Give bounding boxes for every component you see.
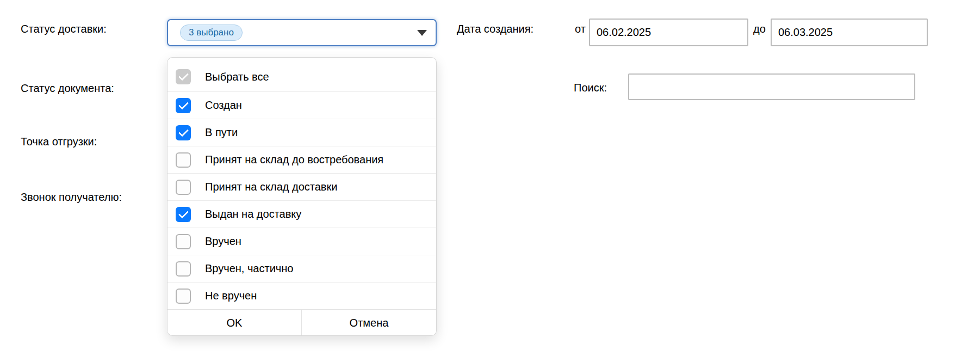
dropdown-option[interactable]: В пути bbox=[168, 119, 436, 146]
checkbox-checked-icon[interactable] bbox=[176, 98, 191, 113]
dropdown-option-label: Вручен bbox=[205, 235, 241, 248]
checkbox-unchecked-icon[interactable] bbox=[176, 152, 191, 168]
delivery-status-dropdown-panel: Выбрать всеСозданВ путиПринят на склад д… bbox=[167, 57, 437, 336]
dropdown-option[interactable]: Создан bbox=[168, 91, 436, 119]
selected-count-badge: 3 выбрано bbox=[180, 24, 243, 41]
checkbox-checked-icon[interactable] bbox=[176, 207, 191, 222]
checkbox-partial-icon[interactable] bbox=[176, 69, 191, 84]
recipient-call-label: Звонок получателю: bbox=[21, 190, 122, 204]
dropdown-option-label: Принят на склад доставки bbox=[205, 181, 337, 193]
checkbox-unchecked-icon[interactable] bbox=[176, 180, 191, 195]
dropdown-options-list: Выбрать всеСозданВ путиПринят на склад д… bbox=[168, 58, 436, 309]
delivery-status-multiselect[interactable]: 3 выбрано bbox=[167, 19, 437, 46]
cancel-button[interactable]: Отмена bbox=[302, 310, 436, 336]
checkbox-unchecked-icon[interactable] bbox=[176, 234, 191, 249]
dropdown-option-label: Выдан на доставку bbox=[205, 208, 301, 220]
dropdown-option-label: Выбрать все bbox=[205, 71, 269, 83]
search-label: Поиск: bbox=[574, 81, 607, 95]
dropdown-footer: OK Отмена bbox=[168, 309, 436, 336]
checkbox-unchecked-icon[interactable] bbox=[176, 289, 191, 304]
dropdown-option-label: Принят на склад до востребования bbox=[205, 154, 383, 166]
date-from-label: от bbox=[575, 22, 586, 36]
date-from-input[interactable] bbox=[589, 19, 748, 46]
dropdown-option[interactable]: Не вручен bbox=[168, 282, 436, 309]
dropdown-option-label: Создан bbox=[205, 99, 242, 112]
filters-form: Статус доставки: Статус документа: Точка… bbox=[0, 0, 980, 356]
chevron-down-icon bbox=[417, 30, 427, 36]
checkbox-checked-icon[interactable] bbox=[176, 125, 191, 140]
date-to-input[interactable] bbox=[771, 19, 928, 46]
document-status-label: Статус документа: bbox=[21, 81, 114, 95]
dropdown-option[interactable]: Вручен, частично bbox=[168, 255, 436, 282]
shipping-point-label: Точка отгрузки: bbox=[21, 134, 97, 149]
dropdown-option[interactable]: Принят на склад до востребования bbox=[168, 146, 436, 173]
dropdown-option[interactable]: Выдан на доставку bbox=[168, 200, 436, 228]
dropdown-option[interactable]: Вручен bbox=[168, 228, 436, 255]
creation-date-label: Дата создания: bbox=[457, 22, 534, 36]
delivery-status-label: Статус доставки: bbox=[21, 22, 107, 36]
dropdown-option[interactable]: Выбрать все bbox=[168, 62, 436, 91]
dropdown-option-label: Вручен, частично bbox=[205, 262, 293, 275]
checkbox-unchecked-icon[interactable] bbox=[176, 261, 191, 277]
dropdown-option[interactable]: Принят на склад доставки bbox=[168, 173, 436, 200]
search-input[interactable] bbox=[628, 73, 915, 100]
date-to-label: до bbox=[753, 22, 766, 36]
dropdown-option-label: Не вручен bbox=[205, 290, 257, 302]
dropdown-option-label: В пути bbox=[205, 126, 238, 139]
ok-button[interactable]: OK bbox=[168, 310, 302, 336]
